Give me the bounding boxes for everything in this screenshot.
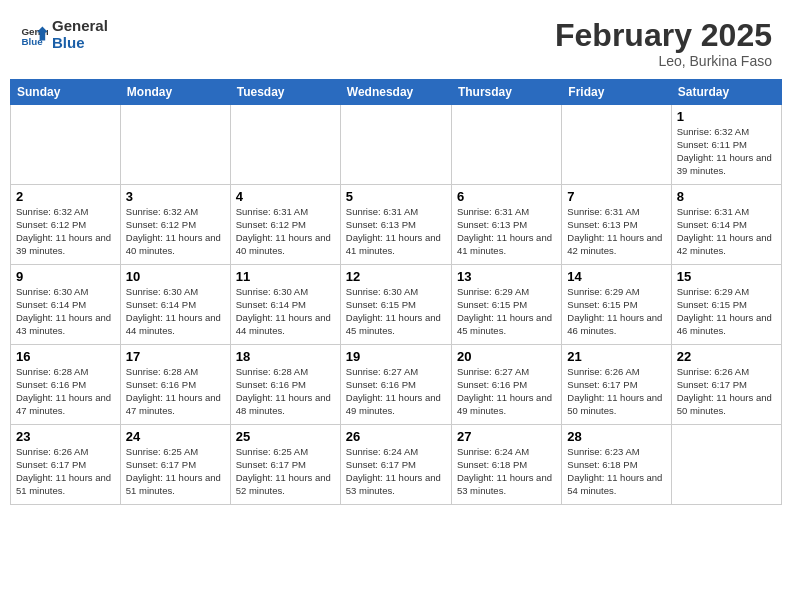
day-info: Sunrise: 6:32 AM Sunset: 6:11 PM Dayligh… [677, 126, 776, 177]
day-number: 14 [567, 269, 665, 284]
day-info: Sunrise: 6:27 AM Sunset: 6:16 PM Dayligh… [457, 366, 556, 417]
day-number: 23 [16, 429, 115, 444]
calendar-cell: 23Sunrise: 6:26 AM Sunset: 6:17 PM Dayli… [11, 425, 121, 505]
weekday-header-friday: Friday [562, 80, 671, 105]
calendar-cell: 24Sunrise: 6:25 AM Sunset: 6:17 PM Dayli… [120, 425, 230, 505]
day-number: 27 [457, 429, 556, 444]
calendar-cell: 22Sunrise: 6:26 AM Sunset: 6:17 PM Dayli… [671, 345, 781, 425]
day-info: Sunrise: 6:31 AM Sunset: 6:13 PM Dayligh… [457, 206, 556, 257]
day-info: Sunrise: 6:30 AM Sunset: 6:14 PM Dayligh… [126, 286, 225, 337]
day-number: 20 [457, 349, 556, 364]
calendar-cell: 18Sunrise: 6:28 AM Sunset: 6:16 PM Dayli… [230, 345, 340, 425]
calendar-cell: 6Sunrise: 6:31 AM Sunset: 6:13 PM Daylig… [451, 185, 561, 265]
calendar-week-row: 2Sunrise: 6:32 AM Sunset: 6:12 PM Daylig… [11, 185, 782, 265]
day-info: Sunrise: 6:27 AM Sunset: 6:16 PM Dayligh… [346, 366, 446, 417]
weekday-header-sunday: Sunday [11, 80, 121, 105]
day-number: 15 [677, 269, 776, 284]
day-number: 26 [346, 429, 446, 444]
calendar-cell: 26Sunrise: 6:24 AM Sunset: 6:17 PM Dayli… [340, 425, 451, 505]
day-number: 1 [677, 109, 776, 124]
day-number: 11 [236, 269, 335, 284]
day-info: Sunrise: 6:23 AM Sunset: 6:18 PM Dayligh… [567, 446, 665, 497]
day-number: 22 [677, 349, 776, 364]
logo-blue-text: Blue [52, 35, 108, 52]
page-header: General Blue General Blue February 2025 … [10, 10, 782, 73]
day-info: Sunrise: 6:26 AM Sunset: 6:17 PM Dayligh… [567, 366, 665, 417]
calendar-week-row: 9Sunrise: 6:30 AM Sunset: 6:14 PM Daylig… [11, 265, 782, 345]
weekday-header-thursday: Thursday [451, 80, 561, 105]
calendar-cell [230, 105, 340, 185]
day-info: Sunrise: 6:31 AM Sunset: 6:13 PM Dayligh… [567, 206, 665, 257]
day-number: 3 [126, 189, 225, 204]
day-info: Sunrise: 6:24 AM Sunset: 6:17 PM Dayligh… [346, 446, 446, 497]
calendar-cell: 27Sunrise: 6:24 AM Sunset: 6:18 PM Dayli… [451, 425, 561, 505]
day-number: 25 [236, 429, 335, 444]
calendar-cell [451, 105, 561, 185]
title-block: February 2025 Leo, Burkina Faso [555, 18, 772, 69]
location-subtitle: Leo, Burkina Faso [555, 53, 772, 69]
day-info: Sunrise: 6:29 AM Sunset: 6:15 PM Dayligh… [677, 286, 776, 337]
logo-general-text: General [52, 18, 108, 35]
day-number: 19 [346, 349, 446, 364]
calendar-cell: 3Sunrise: 6:32 AM Sunset: 6:12 PM Daylig… [120, 185, 230, 265]
calendar-cell: 13Sunrise: 6:29 AM Sunset: 6:15 PM Dayli… [451, 265, 561, 345]
day-info: Sunrise: 6:31 AM Sunset: 6:14 PM Dayligh… [677, 206, 776, 257]
day-number: 7 [567, 189, 665, 204]
weekday-header-tuesday: Tuesday [230, 80, 340, 105]
calendar-cell: 9Sunrise: 6:30 AM Sunset: 6:14 PM Daylig… [11, 265, 121, 345]
calendar-cell [671, 425, 781, 505]
day-info: Sunrise: 6:29 AM Sunset: 6:15 PM Dayligh… [457, 286, 556, 337]
calendar-week-row: 1Sunrise: 6:32 AM Sunset: 6:11 PM Daylig… [11, 105, 782, 185]
day-info: Sunrise: 6:26 AM Sunset: 6:17 PM Dayligh… [16, 446, 115, 497]
weekday-header-saturday: Saturday [671, 80, 781, 105]
calendar-cell: 15Sunrise: 6:29 AM Sunset: 6:15 PM Dayli… [671, 265, 781, 345]
calendar-cell: 14Sunrise: 6:29 AM Sunset: 6:15 PM Dayli… [562, 265, 671, 345]
day-number: 4 [236, 189, 335, 204]
weekday-header-wednesday: Wednesday [340, 80, 451, 105]
day-number: 12 [346, 269, 446, 284]
weekday-header-monday: Monday [120, 80, 230, 105]
day-info: Sunrise: 6:32 AM Sunset: 6:12 PM Dayligh… [126, 206, 225, 257]
calendar-cell: 20Sunrise: 6:27 AM Sunset: 6:16 PM Dayli… [451, 345, 561, 425]
day-info: Sunrise: 6:25 AM Sunset: 6:17 PM Dayligh… [236, 446, 335, 497]
calendar-cell: 28Sunrise: 6:23 AM Sunset: 6:18 PM Dayli… [562, 425, 671, 505]
day-number: 2 [16, 189, 115, 204]
calendar-cell [562, 105, 671, 185]
day-info: Sunrise: 6:28 AM Sunset: 6:16 PM Dayligh… [236, 366, 335, 417]
day-info: Sunrise: 6:26 AM Sunset: 6:17 PM Dayligh… [677, 366, 776, 417]
calendar-cell: 19Sunrise: 6:27 AM Sunset: 6:16 PM Dayli… [340, 345, 451, 425]
day-info: Sunrise: 6:30 AM Sunset: 6:14 PM Dayligh… [16, 286, 115, 337]
calendar-cell: 12Sunrise: 6:30 AM Sunset: 6:15 PM Dayli… [340, 265, 451, 345]
day-number: 6 [457, 189, 556, 204]
calendar-cell [11, 105, 121, 185]
calendar-cell: 5Sunrise: 6:31 AM Sunset: 6:13 PM Daylig… [340, 185, 451, 265]
calendar-cell: 21Sunrise: 6:26 AM Sunset: 6:17 PM Dayli… [562, 345, 671, 425]
day-number: 28 [567, 429, 665, 444]
day-number: 13 [457, 269, 556, 284]
day-number: 16 [16, 349, 115, 364]
calendar-cell: 7Sunrise: 6:31 AM Sunset: 6:13 PM Daylig… [562, 185, 671, 265]
calendar-cell: 10Sunrise: 6:30 AM Sunset: 6:14 PM Dayli… [120, 265, 230, 345]
calendar-table: SundayMondayTuesdayWednesdayThursdayFrid… [10, 79, 782, 505]
day-info: Sunrise: 6:31 AM Sunset: 6:12 PM Dayligh… [236, 206, 335, 257]
calendar-cell: 16Sunrise: 6:28 AM Sunset: 6:16 PM Dayli… [11, 345, 121, 425]
calendar-cell: 4Sunrise: 6:31 AM Sunset: 6:12 PM Daylig… [230, 185, 340, 265]
calendar-week-row: 16Sunrise: 6:28 AM Sunset: 6:16 PM Dayli… [11, 345, 782, 425]
calendar-cell: 17Sunrise: 6:28 AM Sunset: 6:16 PM Dayli… [120, 345, 230, 425]
calendar-week-row: 23Sunrise: 6:26 AM Sunset: 6:17 PM Dayli… [11, 425, 782, 505]
day-info: Sunrise: 6:30 AM Sunset: 6:14 PM Dayligh… [236, 286, 335, 337]
calendar-body: 1Sunrise: 6:32 AM Sunset: 6:11 PM Daylig… [11, 105, 782, 505]
calendar-cell: 25Sunrise: 6:25 AM Sunset: 6:17 PM Dayli… [230, 425, 340, 505]
month-title: February 2025 [555, 18, 772, 53]
day-info: Sunrise: 6:28 AM Sunset: 6:16 PM Dayligh… [16, 366, 115, 417]
calendar-header-row: SundayMondayTuesdayWednesdayThursdayFrid… [11, 80, 782, 105]
day-info: Sunrise: 6:24 AM Sunset: 6:18 PM Dayligh… [457, 446, 556, 497]
calendar-cell: 8Sunrise: 6:31 AM Sunset: 6:14 PM Daylig… [671, 185, 781, 265]
calendar-cell: 1Sunrise: 6:32 AM Sunset: 6:11 PM Daylig… [671, 105, 781, 185]
day-info: Sunrise: 6:29 AM Sunset: 6:15 PM Dayligh… [567, 286, 665, 337]
calendar-cell: 11Sunrise: 6:30 AM Sunset: 6:14 PM Dayli… [230, 265, 340, 345]
day-info: Sunrise: 6:32 AM Sunset: 6:12 PM Dayligh… [16, 206, 115, 257]
day-number: 21 [567, 349, 665, 364]
day-info: Sunrise: 6:25 AM Sunset: 6:17 PM Dayligh… [126, 446, 225, 497]
logo-icon: General Blue [20, 21, 48, 49]
